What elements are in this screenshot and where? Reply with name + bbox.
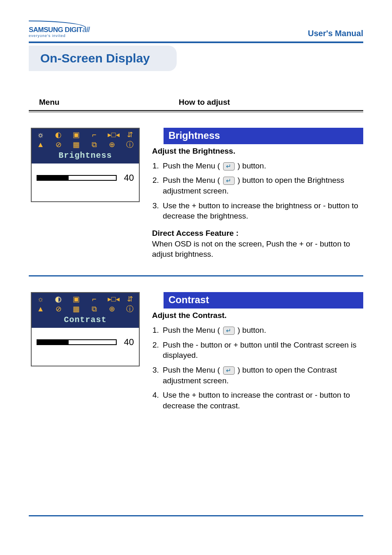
entries-container: ☼◐▣⌐▸□◂⇵▲⊘▦⧉⊕ⓘBrightness40BrightnessAdju… [29,128,363,433]
steps-list: Push the Menu ( ) button.Push the Menu (… [152,161,363,221]
entry-heading: Brightness [164,128,363,144]
col-header-howto: How to adjust [179,98,353,107]
menu-button-icon [223,177,235,185]
osd-icon: ☼ [36,131,45,138]
entry-subheading: Adjust the Brightness. [152,146,363,157]
osd-icon: ⧉ [90,305,99,313]
entry: ☼◐▣⌐▸□◂⇵▲⊘▦⧉⊕ⓘContrast40ContrastAdjust t… [29,292,363,433]
osd-label: Brightness [32,150,139,164]
step-item: Push the Menu ( ) button to open the Bri… [161,175,363,196]
osd-value: 40 [124,337,134,348]
osd-icon: ▦ [72,305,81,313]
step-item: Use the + button to increase the contras… [161,390,363,411]
osd-icon: ⊕ [108,141,117,148]
column-headers: Menu How to adjust [29,98,363,110]
step-item: Use the + button to increase the brightn… [161,200,363,221]
osd-icon: ⇵ [125,131,134,138]
osd-icon: ▸□◂ [108,295,117,303]
osd-icon-row: ☼◐▣⌐▸□◂⇵▲⊘▦⧉⊕ⓘ [32,129,139,150]
heading-wrap: Brightness [152,128,363,144]
osd-icon-row: ☼◐▣⌐▸□◂⇵▲⊘▦⧉⊕ⓘ [32,293,139,314]
menu-button-icon [223,327,235,335]
osd-icon: ▣ [72,295,81,303]
osd-slider-fill [37,176,69,180]
osd-icon: ◐ [54,295,63,303]
heading-wrap: Contrast [152,292,363,309]
osd-icon: ⊘ [54,305,63,313]
step-item: Push the Menu ( ) button to open the Con… [161,365,363,386]
step-item: Push the Menu ( ) button. [161,161,363,171]
entry-description: ContrastAdjust the Contrast.Push the Men… [152,292,363,418]
osd-icon: ⊘ [54,141,63,148]
osd-screenshot: ☼◐▣⌐▸□◂⇵▲⊘▦⧉⊕ⓘBrightness40 [31,128,140,202]
entry-subheading: Adjust the Contrast. [152,310,363,321]
osd-icon: ⓘ [125,141,134,148]
step-item: Push the - button or + button until the … [161,340,363,361]
osd-body: 40 [32,328,139,366]
osd-icon: ⌐ [90,295,99,303]
step-item: Push the Menu ( ) button. [161,325,363,336]
entry: ☼◐▣⌐▸□◂⇵▲⊘▦⧉⊕ⓘBrightness40BrightnessAdju… [29,128,363,275]
entry-separator [29,275,363,276]
osd-slider-fill [37,340,69,344]
header-rule [29,41,363,43]
page-header: SAMSUNG DIGITall everyone's invited User… [29,21,363,38]
column-rule-top [29,110,363,111]
section-title-wrap: On-Screen Display [29,46,363,71]
entry-description: BrightnessAdjust the Brightness.Push the… [152,128,363,260]
osd-icon: ⧉ [90,141,99,148]
osd-icon: ▲ [36,305,45,313]
direct-access-title: Direct Access Feature : [152,228,363,239]
osd-icon: ⓘ [125,305,134,313]
entry-heading: Contrast [164,292,363,309]
osd-icon: ▦ [72,141,81,148]
page: SAMSUNG DIGITall everyone's invited User… [0,0,392,533]
logo-tagline: everyone's invited [29,34,90,38]
direct-access-body: When OSD is not on the screen, Push the … [152,239,363,260]
osd-value: 40 [124,173,134,183]
osd-icon: ☼ [36,295,45,303]
osd-slider [37,175,117,181]
menu-button-icon [223,366,235,375]
logo-text-main: SAMSUNG DIGITall [29,26,90,34]
osd-icon: ◐ [54,131,63,138]
manual-title: User's Manual [308,29,363,38]
osd-icon: ⊕ [108,305,117,313]
osd-icon: ▣ [72,131,81,138]
column-rule-bottom [29,112,363,112]
menu-button-icon [223,162,235,170]
osd-icon: ⇵ [125,295,134,303]
osd-icon: ⌐ [90,131,99,138]
brand-logo: SAMSUNG DIGITall everyone's invited [29,21,90,38]
osd-label: Contrast [32,314,139,328]
steps-list: Push the Menu ( ) button.Push the - butt… [152,325,363,411]
osd-body: 40 [32,164,139,201]
osd-icon: ▲ [36,141,45,148]
footer-rule [29,515,363,516]
section-title: On-Screen Display [29,46,177,71]
osd-slider [37,339,117,345]
osd-icon: ▸□◂ [108,131,117,138]
osd-screenshot: ☼◐▣⌐▸□◂⇵▲⊘▦⧉⊕ⓘContrast40 [31,292,140,366]
col-header-menu: Menu [39,98,179,107]
